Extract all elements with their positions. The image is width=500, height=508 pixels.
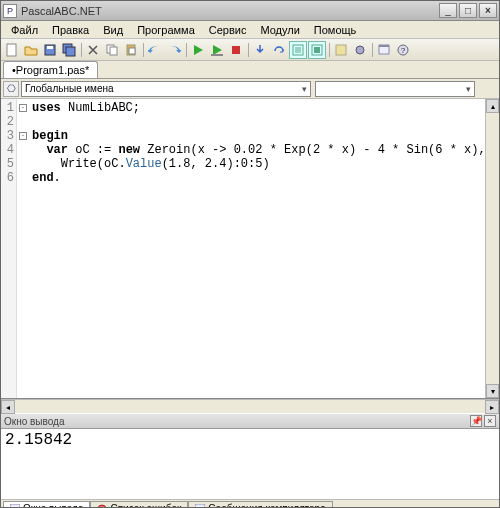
menu-view[interactable]: Вид bbox=[97, 22, 129, 38]
close-button[interactable]: × bbox=[479, 3, 497, 18]
toolbar-sep bbox=[327, 41, 331, 59]
toggle-2-icon[interactable] bbox=[308, 41, 326, 59]
tab-program1[interactable]: •Program1.pas* bbox=[3, 61, 98, 78]
nav-bar: ⎔ Глобальные имена ▾ ▾ bbox=[1, 79, 499, 99]
svg-rect-0 bbox=[7, 44, 16, 56]
form-icon[interactable] bbox=[375, 41, 393, 59]
svg-rect-13 bbox=[314, 47, 320, 53]
svg-point-21 bbox=[98, 505, 106, 509]
settings-icon[interactable] bbox=[351, 41, 369, 59]
output-title: Окно вывода bbox=[4, 416, 64, 427]
toolbar: ? bbox=[1, 39, 499, 61]
menu-service[interactable]: Сервис bbox=[203, 22, 253, 38]
fold-icon[interactable]: - bbox=[19, 104, 27, 112]
open-file-icon[interactable] bbox=[22, 41, 40, 59]
close-panel-icon[interactable]: × bbox=[484, 415, 496, 427]
output-tab-output[interactable]: Окно вывода bbox=[3, 501, 90, 508]
save-icon[interactable] bbox=[41, 41, 59, 59]
fold-gutter: - - bbox=[17, 99, 29, 398]
output-tab-icon bbox=[10, 504, 20, 509]
error-tab-icon bbox=[97, 504, 107, 509]
toolbar-sep bbox=[246, 41, 250, 59]
window-buttons: _ □ × bbox=[439, 3, 497, 18]
menu-program[interactable]: Программа bbox=[131, 22, 201, 38]
run-icon[interactable] bbox=[189, 41, 207, 59]
scroll-down-icon[interactable]: ▾ bbox=[486, 384, 499, 398]
horizontal-scrollbar[interactable]: ◂ ▸ bbox=[1, 399, 499, 413]
window-title: PascalABC.NET bbox=[21, 5, 439, 17]
pin-icon[interactable]: 📌 bbox=[470, 415, 482, 427]
stop-icon[interactable] bbox=[227, 41, 245, 59]
cut-icon[interactable] bbox=[84, 41, 102, 59]
svg-rect-8 bbox=[129, 48, 135, 54]
output-tab-messages[interactable]: Сообщения компилятора bbox=[188, 501, 332, 508]
maximize-button[interactable]: □ bbox=[459, 3, 477, 18]
code-editor[interactable]: 1 2 3 4 5 6 - - uses NumLibABC; begin va… bbox=[1, 99, 499, 399]
scroll-right-icon[interactable]: ▸ bbox=[485, 400, 499, 414]
svg-rect-10 bbox=[232, 46, 240, 54]
menu-help[interactable]: Помощь bbox=[308, 22, 363, 38]
svg-rect-20 bbox=[10, 504, 20, 509]
tab-label: •Program1.pas* bbox=[12, 64, 89, 76]
toggle-1-icon[interactable] bbox=[289, 41, 307, 59]
toolbar-sep bbox=[370, 41, 374, 59]
document-tabs: •Program1.pas* bbox=[1, 61, 499, 79]
output-tab-errors[interactable]: Список ошибок bbox=[90, 501, 188, 508]
module-icon[interactable] bbox=[332, 41, 350, 59]
scope-label: Глобальные имена bbox=[25, 83, 114, 94]
menu-edit[interactable]: Правка bbox=[46, 22, 95, 38]
output-panel[interactable]: 2.15842 bbox=[1, 429, 499, 499]
minimize-button[interactable]: _ bbox=[439, 3, 457, 18]
svg-rect-4 bbox=[66, 47, 75, 56]
run-alt-icon[interactable] bbox=[208, 41, 226, 59]
output-header: Окно вывода 📌 × bbox=[1, 413, 499, 429]
output-tabs: Окно вывода Список ошибок Сообщения комп… bbox=[1, 499, 499, 508]
svg-rect-9 bbox=[211, 54, 223, 56]
paste-icon[interactable] bbox=[122, 41, 140, 59]
svg-text:?: ? bbox=[401, 46, 406, 55]
step-into-icon[interactable] bbox=[251, 41, 269, 59]
undo-icon[interactable] bbox=[146, 41, 164, 59]
svg-point-15 bbox=[356, 46, 364, 54]
menu-bar: Файл Правка Вид Программа Сервис Модули … bbox=[1, 21, 499, 39]
scope-dropdown[interactable]: Глобальные имена ▾ bbox=[21, 81, 311, 97]
save-all-icon[interactable] bbox=[60, 41, 78, 59]
member-dropdown[interactable]: ▾ bbox=[315, 81, 475, 97]
svg-rect-2 bbox=[47, 46, 53, 49]
toolbar-sep bbox=[79, 41, 83, 59]
new-file-icon[interactable] bbox=[3, 41, 21, 59]
chevron-down-icon: ▾ bbox=[466, 84, 471, 94]
code-content[interactable]: uses NumLibABC; begin var oC := new Zero… bbox=[29, 99, 499, 398]
toolbar-sep bbox=[184, 41, 188, 59]
copy-icon[interactable] bbox=[103, 41, 121, 59]
fold-icon[interactable]: - bbox=[19, 132, 27, 140]
scroll-up-icon[interactable]: ▴ bbox=[486, 99, 499, 113]
vertical-scrollbar[interactable]: ▴ ▾ bbox=[485, 99, 499, 398]
svg-rect-17 bbox=[379, 45, 389, 47]
nav-scope-icon[interactable]: ⎔ bbox=[3, 81, 19, 97]
svg-rect-14 bbox=[336, 45, 346, 55]
line-gutter: 1 2 3 4 5 6 bbox=[1, 99, 17, 398]
help-icon[interactable]: ? bbox=[394, 41, 412, 59]
output-text: 2.15842 bbox=[5, 431, 72, 449]
chevron-down-icon: ▾ bbox=[302, 84, 307, 94]
menu-file[interactable]: Файл bbox=[5, 22, 44, 38]
title-bar: P PascalABC.NET _ □ × bbox=[1, 1, 499, 21]
scroll-left-icon[interactable]: ◂ bbox=[1, 400, 15, 414]
menu-modules[interactable]: Модули bbox=[254, 22, 305, 38]
step-over-icon[interactable] bbox=[270, 41, 288, 59]
toolbar-sep bbox=[141, 41, 145, 59]
svg-rect-22 bbox=[195, 504, 205, 509]
app-icon: P bbox=[3, 4, 17, 18]
messages-tab-icon bbox=[195, 504, 205, 509]
redo-icon[interactable] bbox=[165, 41, 183, 59]
svg-rect-6 bbox=[110, 47, 117, 55]
